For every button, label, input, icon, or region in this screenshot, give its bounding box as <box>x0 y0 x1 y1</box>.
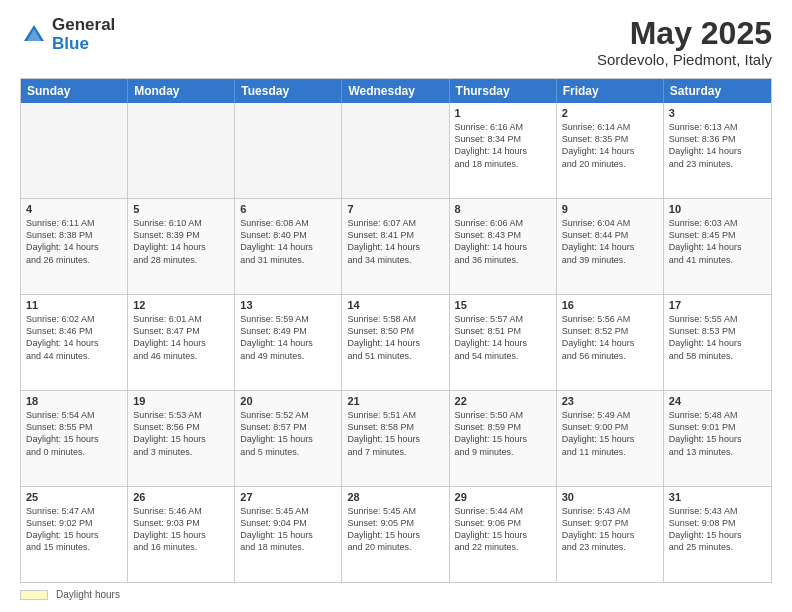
day-info: Sunrise: 6:11 AM Sunset: 8:38 PM Dayligh… <box>26 217 122 266</box>
day-number: 9 <box>562 203 658 215</box>
cal-cell: 18Sunrise: 5:54 AM Sunset: 8:55 PM Dayli… <box>21 391 128 486</box>
title-block: May 2025 Sordevolo, Piedmont, Italy <box>597 16 772 68</box>
day-number: 23 <box>562 395 658 407</box>
cal-header-monday: Monday <box>128 79 235 103</box>
cal-header-saturday: Saturday <box>664 79 771 103</box>
cal-cell: 10Sunrise: 6:03 AM Sunset: 8:45 PM Dayli… <box>664 199 771 294</box>
day-info: Sunrise: 5:58 AM Sunset: 8:50 PM Dayligh… <box>347 313 443 362</box>
day-number: 16 <box>562 299 658 311</box>
title-month: May 2025 <box>597 16 772 51</box>
cal-cell <box>128 103 235 198</box>
cal-cell: 20Sunrise: 5:52 AM Sunset: 8:57 PM Dayli… <box>235 391 342 486</box>
day-info: Sunrise: 6:13 AM Sunset: 8:36 PM Dayligh… <box>669 121 766 170</box>
cal-cell: 19Sunrise: 5:53 AM Sunset: 8:56 PM Dayli… <box>128 391 235 486</box>
cal-cell <box>342 103 449 198</box>
cal-cell: 15Sunrise: 5:57 AM Sunset: 8:51 PM Dayli… <box>450 295 557 390</box>
cal-cell <box>235 103 342 198</box>
day-info: Sunrise: 5:43 AM Sunset: 9:07 PM Dayligh… <box>562 505 658 554</box>
cal-cell: 17Sunrise: 5:55 AM Sunset: 8:53 PM Dayli… <box>664 295 771 390</box>
day-number: 2 <box>562 107 658 119</box>
cal-cell: 26Sunrise: 5:46 AM Sunset: 9:03 PM Dayli… <box>128 487 235 582</box>
day-number: 20 <box>240 395 336 407</box>
logo-general: General <box>52 16 115 35</box>
page: General Blue May 2025 Sordevolo, Piedmon… <box>0 0 792 612</box>
daylight-label: Daylight hours <box>56 589 120 600</box>
day-info: Sunrise: 6:03 AM Sunset: 8:45 PM Dayligh… <box>669 217 766 266</box>
day-number: 30 <box>562 491 658 503</box>
cal-row-2: 11Sunrise: 6:02 AM Sunset: 8:46 PM Dayli… <box>21 294 771 390</box>
day-number: 3 <box>669 107 766 119</box>
daylight-swatch <box>20 590 48 600</box>
calendar-body: 1Sunrise: 6:16 AM Sunset: 8:34 PM Daylig… <box>21 103 771 582</box>
day-number: 21 <box>347 395 443 407</box>
day-info: Sunrise: 5:56 AM Sunset: 8:52 PM Dayligh… <box>562 313 658 362</box>
day-number: 18 <box>26 395 122 407</box>
day-info: Sunrise: 6:14 AM Sunset: 8:35 PM Dayligh… <box>562 121 658 170</box>
day-info: Sunrise: 6:08 AM Sunset: 8:40 PM Dayligh… <box>240 217 336 266</box>
day-number: 10 <box>669 203 766 215</box>
cal-cell: 16Sunrise: 5:56 AM Sunset: 8:52 PM Dayli… <box>557 295 664 390</box>
cal-cell <box>21 103 128 198</box>
day-info: Sunrise: 6:01 AM Sunset: 8:47 PM Dayligh… <box>133 313 229 362</box>
cal-cell: 31Sunrise: 5:43 AM Sunset: 9:08 PM Dayli… <box>664 487 771 582</box>
day-info: Sunrise: 5:50 AM Sunset: 8:59 PM Dayligh… <box>455 409 551 458</box>
logo: General Blue <box>20 16 115 53</box>
day-number: 25 <box>26 491 122 503</box>
day-info: Sunrise: 6:16 AM Sunset: 8:34 PM Dayligh… <box>455 121 551 170</box>
day-number: 13 <box>240 299 336 311</box>
cal-header-friday: Friday <box>557 79 664 103</box>
cal-header-thursday: Thursday <box>450 79 557 103</box>
day-info: Sunrise: 5:45 AM Sunset: 9:04 PM Dayligh… <box>240 505 336 554</box>
day-info: Sunrise: 6:07 AM Sunset: 8:41 PM Dayligh… <box>347 217 443 266</box>
day-info: Sunrise: 6:10 AM Sunset: 8:39 PM Dayligh… <box>133 217 229 266</box>
cal-cell: 24Sunrise: 5:48 AM Sunset: 9:01 PM Dayli… <box>664 391 771 486</box>
day-number: 28 <box>347 491 443 503</box>
cal-header-tuesday: Tuesday <box>235 79 342 103</box>
day-info: Sunrise: 5:55 AM Sunset: 8:53 PM Dayligh… <box>669 313 766 362</box>
cal-cell: 6Sunrise: 6:08 AM Sunset: 8:40 PM Daylig… <box>235 199 342 294</box>
cal-header-sunday: Sunday <box>21 79 128 103</box>
day-info: Sunrise: 6:02 AM Sunset: 8:46 PM Dayligh… <box>26 313 122 362</box>
day-info: Sunrise: 5:59 AM Sunset: 8:49 PM Dayligh… <box>240 313 336 362</box>
title-location: Sordevolo, Piedmont, Italy <box>597 51 772 68</box>
footer: Daylight hours <box>20 589 772 600</box>
day-info: Sunrise: 5:46 AM Sunset: 9:03 PM Dayligh… <box>133 505 229 554</box>
day-number: 15 <box>455 299 551 311</box>
day-number: 4 <box>26 203 122 215</box>
cal-header-wednesday: Wednesday <box>342 79 449 103</box>
day-info: Sunrise: 5:45 AM Sunset: 9:05 PM Dayligh… <box>347 505 443 554</box>
day-number: 12 <box>133 299 229 311</box>
cal-cell: 14Sunrise: 5:58 AM Sunset: 8:50 PM Dayli… <box>342 295 449 390</box>
day-number: 26 <box>133 491 229 503</box>
cal-cell: 7Sunrise: 6:07 AM Sunset: 8:41 PM Daylig… <box>342 199 449 294</box>
cal-cell: 9Sunrise: 6:04 AM Sunset: 8:44 PM Daylig… <box>557 199 664 294</box>
day-info: Sunrise: 5:43 AM Sunset: 9:08 PM Dayligh… <box>669 505 766 554</box>
cal-cell: 13Sunrise: 5:59 AM Sunset: 8:49 PM Dayli… <box>235 295 342 390</box>
cal-cell: 23Sunrise: 5:49 AM Sunset: 9:00 PM Dayli… <box>557 391 664 486</box>
day-info: Sunrise: 5:53 AM Sunset: 8:56 PM Dayligh… <box>133 409 229 458</box>
cal-cell: 30Sunrise: 5:43 AM Sunset: 9:07 PM Dayli… <box>557 487 664 582</box>
cal-cell: 27Sunrise: 5:45 AM Sunset: 9:04 PM Dayli… <box>235 487 342 582</box>
header: General Blue May 2025 Sordevolo, Piedmon… <box>20 16 772 68</box>
day-number: 14 <box>347 299 443 311</box>
cal-cell: 8Sunrise: 6:06 AM Sunset: 8:43 PM Daylig… <box>450 199 557 294</box>
calendar: SundayMondayTuesdayWednesdayThursdayFrid… <box>20 78 772 583</box>
day-number: 17 <box>669 299 766 311</box>
day-number: 29 <box>455 491 551 503</box>
cal-row-0: 1Sunrise: 6:16 AM Sunset: 8:34 PM Daylig… <box>21 103 771 198</box>
cal-row-3: 18Sunrise: 5:54 AM Sunset: 8:55 PM Dayli… <box>21 390 771 486</box>
day-number: 6 <box>240 203 336 215</box>
day-number: 22 <box>455 395 551 407</box>
day-number: 31 <box>669 491 766 503</box>
day-info: Sunrise: 6:06 AM Sunset: 8:43 PM Dayligh… <box>455 217 551 266</box>
cal-cell: 1Sunrise: 6:16 AM Sunset: 8:34 PM Daylig… <box>450 103 557 198</box>
day-number: 19 <box>133 395 229 407</box>
day-info: Sunrise: 5:51 AM Sunset: 8:58 PM Dayligh… <box>347 409 443 458</box>
day-info: Sunrise: 5:54 AM Sunset: 8:55 PM Dayligh… <box>26 409 122 458</box>
day-info: Sunrise: 5:44 AM Sunset: 9:06 PM Dayligh… <box>455 505 551 554</box>
day-number: 8 <box>455 203 551 215</box>
cal-cell: 22Sunrise: 5:50 AM Sunset: 8:59 PM Dayli… <box>450 391 557 486</box>
cal-cell: 2Sunrise: 6:14 AM Sunset: 8:35 PM Daylig… <box>557 103 664 198</box>
cal-row-4: 25Sunrise: 5:47 AM Sunset: 9:02 PM Dayli… <box>21 486 771 582</box>
cal-cell: 21Sunrise: 5:51 AM Sunset: 8:58 PM Dayli… <box>342 391 449 486</box>
